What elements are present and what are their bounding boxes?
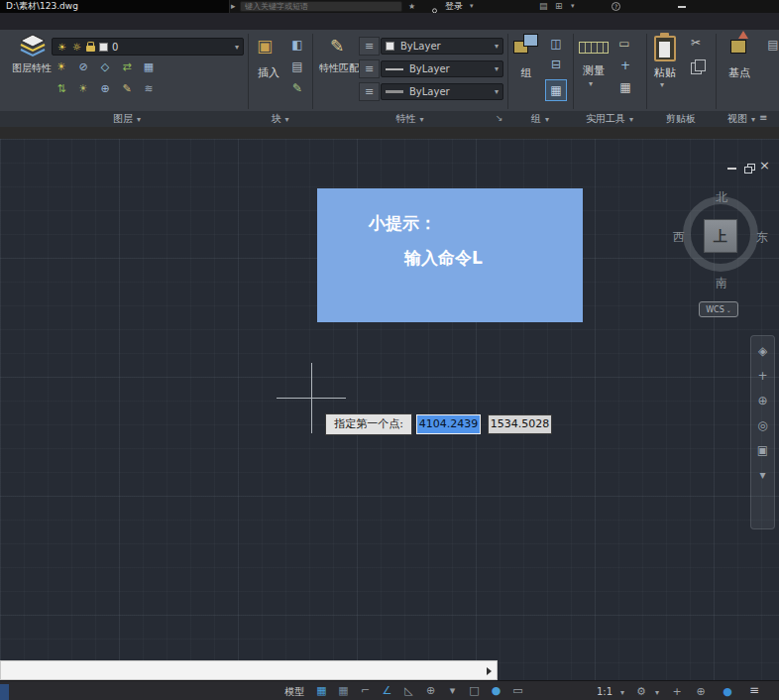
properties-dialog-launcher-icon[interactable]: ↘ [496, 113, 503, 123]
isolate-objects-icon[interactable]: ⊕ [694, 684, 708, 699]
annotation-plus-icon[interactable]: + [670, 684, 684, 699]
block-attr-icon[interactable]: ▤ [289, 59, 305, 73]
orbit-icon[interactable]: ◎ [755, 418, 771, 432]
polar-tracking-icon[interactable]: ∠ [381, 684, 393, 697]
hardware-accel-icon[interactable]: ● [721, 684, 734, 699]
favorites-icon[interactable]: ★ [408, 0, 415, 13]
cut-icon[interactable]: ✂ [688, 36, 704, 50]
layer-off-icon[interactable]: ☀ [54, 60, 69, 73]
panel-label-group[interactable]: 组▾ [507, 111, 573, 127]
ortho-mode-icon[interactable]: ⌐ [359, 684, 372, 697]
layer-settings-icon[interactable]: ≋ [141, 82, 157, 95]
layer-properties-button[interactable]: 图层特性 [10, 61, 54, 76]
grid-display-icon[interactable]: ▦ [315, 684, 328, 697]
quick-select-icon[interactable]: + [617, 58, 633, 72]
linetype-dropdown[interactable]: ByLayer ▾ [381, 83, 503, 100]
annotation-scale[interactable]: 1:1 [597, 684, 612, 699]
layer-combo-caret-icon[interactable]: ▾ [235, 43, 239, 52]
block-edit-icon[interactable]: ◧ [289, 38, 305, 52]
scroll-right-icon[interactable] [487, 667, 492, 675]
wcs-button[interactable]: WCS ⌄ [699, 301, 738, 317]
doc-restore-icon[interactable] [744, 164, 754, 173]
insert-button[interactable]: 插入 [248, 65, 289, 80]
gear-caret-icon[interactable]: ▾ [650, 685, 664, 700]
layer-isolate-icon[interactable]: ⊘ [75, 60, 91, 73]
steering-wheel-icon[interactable]: ◈ [755, 344, 771, 358]
navbar-more-icon[interactable]: ▾ [755, 468, 771, 482]
snap-mode-icon[interactable]: ▦ [337, 684, 350, 697]
viewcube-top-face[interactable]: 上 [704, 219, 737, 253]
layer-combo[interactable]: ☀ ☼ 0 ▾ [52, 38, 244, 56]
viewcube-west[interactable]: 西 [671, 229, 687, 246]
panel-label-block[interactable]: 块▾ [248, 111, 312, 127]
id-point-icon[interactable]: ▭ [616, 37, 632, 51]
linetype-tool[interactable]: ≡ [359, 37, 380, 56]
show-motion-icon[interactable]: ▣ [755, 443, 771, 457]
lineweight-dropdown-caret-icon[interactable]: ▾ [495, 64, 499, 73]
iso-draft-icon[interactable]: ◺ [402, 684, 415, 697]
base-button[interactable]: 基点 [722, 65, 757, 80]
osnap-icon[interactable]: ▾ [446, 684, 459, 697]
login-button[interactable]: 登录 [445, 0, 463, 13]
pan-hand-icon[interactable]: + [755, 369, 771, 383]
lineweight-dropdown[interactable]: ByLayer ▾ [381, 60, 503, 77]
measure-caret-icon[interactable]: ▾ [589, 79, 593, 88]
insert-block-icon[interactable]: ▣ [254, 36, 276, 56]
layer-merge-icon[interactable]: ⊕ [97, 82, 113, 95]
customize-menu-icon[interactable]: ≡ [747, 683, 761, 698]
help-icon[interactable]: ? [612, 2, 620, 11]
model-tab[interactable]: 模型 [284, 684, 304, 699]
linetype-dropdown-caret-icon[interactable]: ▾ [495, 87, 499, 96]
view-extra-icon[interactable]: ▤ [765, 38, 779, 52]
zoom-icon[interactable]: ⊕ [755, 394, 771, 408]
paste-button[interactable]: 粘贴 [648, 65, 682, 80]
viewcube-east[interactable]: 东 [754, 229, 770, 246]
tray-icon-b[interactable]: ⊞ [555, 0, 563, 13]
lineweight-icon[interactable]: □ [468, 684, 481, 697]
paste-caret-icon[interactable]: ▾ [660, 80, 664, 89]
plotstyle-tool[interactable]: ≡ [359, 82, 380, 101]
layer-freeze-icon[interactable]: ◇ [97, 60, 113, 73]
settings-gear-icon[interactable]: ⚙ [634, 684, 648, 699]
layer-walk-icon[interactable]: ▦ [141, 60, 157, 73]
group-selection-toggle[interactable]: ▦ [545, 79, 567, 101]
color-dropdown[interactable]: ByLayer ▾ [381, 38, 503, 55]
layer-restore-icon[interactable]: ⇅ [54, 82, 69, 95]
dyn-y-field[interactable]: 1534.5028 [488, 414, 552, 434]
osnap-tracking-icon[interactable]: ⊕ [424, 684, 437, 697]
login-caret-icon[interactable]: ▾ [470, 0, 474, 13]
copy-icon[interactable] [691, 59, 705, 73]
layer-on-icon[interactable]: ☀ [75, 82, 91, 95]
selection-cycling-icon[interactable]: ▭ [511, 684, 524, 697]
tray-icon-a[interactable]: ▤ [539, 0, 548, 13]
doc-close-icon[interactable]: × [759, 159, 770, 172]
group-edit-icon[interactable]: ⊟ [546, 58, 566, 71]
calculator-icon[interactable]: ▦ [617, 80, 633, 94]
viewcube-south[interactable]: 南 [714, 275, 729, 292]
layer-match-icon[interactable]: ⇄ [119, 60, 135, 73]
panel-label-utilities[interactable]: 实用工具▾ [573, 111, 646, 127]
horizontal-scrollbar[interactable] [0, 660, 498, 680]
ungroup-icon[interactable]: ◫ [546, 37, 566, 51]
group-button[interactable]: 组 [508, 65, 544, 80]
doc-minimize-icon[interactable] [727, 168, 736, 170]
panel-label-clipboard[interactable]: 剪贴板 [646, 111, 716, 127]
panel-label-properties[interactable]: 特性▾ [312, 111, 507, 127]
search-input[interactable] [240, 1, 402, 12]
file-tab[interactable]: D:\素材\123.dwg [0, 0, 230, 13]
tray-caret-icon[interactable]: ▾ [571, 0, 575, 13]
dyn-x-field[interactable]: 4104.2439 [416, 414, 481, 434]
panel-label-layers[interactable]: 图层▾ [8, 111, 246, 127]
scale-caret-icon[interactable]: ▾ [615, 685, 629, 700]
ribbon-options-icon[interactable]: ≡ [759, 112, 767, 123]
dynamic-input-icon[interactable]: ● [490, 684, 502, 697]
block-define-icon[interactable]: ✎ [289, 81, 305, 95]
tab-expand-icon[interactable]: ▸ [231, 0, 236, 13]
match-properties-button[interactable]: 特性匹配 [317, 61, 361, 76]
layer-edit-icon[interactable]: ✎ [119, 82, 135, 95]
color-dropdown-caret-icon[interactable]: ▾ [495, 42, 499, 51]
viewcube-north[interactable]: 北 [714, 189, 729, 206]
measure-button[interactable]: 测量 [575, 63, 612, 78]
lineweight-tool[interactable]: ≡ [359, 59, 380, 78]
navigation-bar[interactable]: ◈+⊕◎▣▾ [750, 335, 775, 529]
